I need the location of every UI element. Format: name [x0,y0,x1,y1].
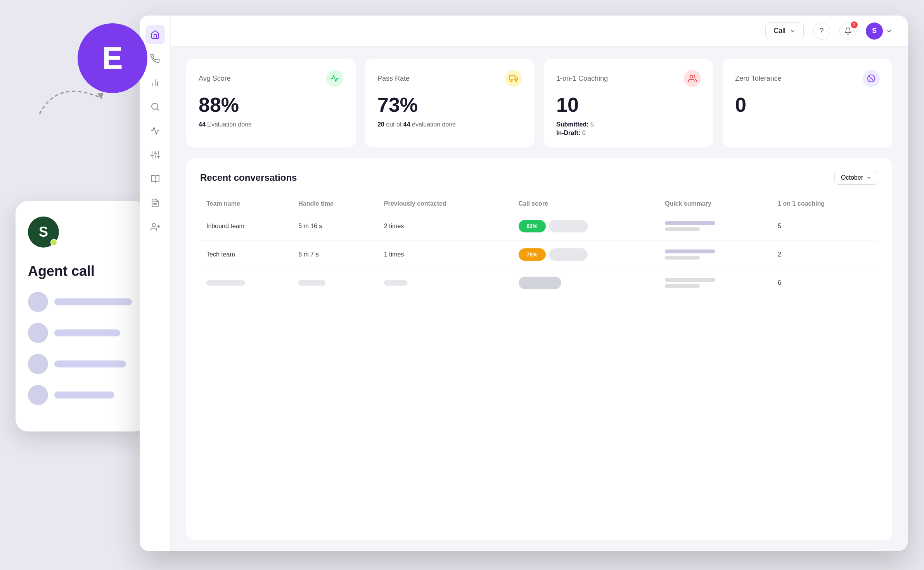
skeleton-summary [659,269,772,297]
avg-score-icon [326,70,343,87]
avatar-placeholder [28,354,48,374]
agent-call-card: S Agent call [16,201,147,431]
conversations-table: Team name Handle time Previously contact… [200,196,878,297]
sidebar-item-analytics[interactable] [145,73,165,92]
stat-coaching-sub: Submitted: 5 In-Draft: 0 [556,121,701,137]
svg-point-22 [510,80,512,82]
stat-pass-rate-value: 73% [377,93,522,116]
sidebar-item-search[interactable] [145,97,165,116]
handle-time-cell: 5 m 16 s [292,212,378,241]
user-menu[interactable]: S [866,23,892,40]
list-item [28,385,135,405]
skeleton-score [512,269,659,297]
bar-placeholder [54,298,132,305]
sidebar-item-settings[interactable] [145,145,165,165]
table-row[interactable]: Inbound team 5 m 16 s 2 times 83% [200,212,878,241]
bar-placeholder [54,392,114,398]
app-window: Call ? 2 S Avg Score [140,16,908,551]
stat-pass-rate-sub: 20 out of 44 evaluation done [377,121,522,128]
bar-placeholder [54,329,120,336]
col-handle-time: Handle time [292,196,378,212]
conversations-title: Recent conversations [200,172,297,183]
notification-badge: 2 [851,21,858,28]
avatar-placeholder [28,385,48,405]
svg-point-23 [515,80,517,82]
svg-point-24 [690,75,693,78]
stat-card-zero-tolerance: Zero Tolerance 0 [723,59,892,147]
stat-avg-score-sub: 44 Evaluation done [199,121,343,128]
call-label: Call [773,27,786,35]
col-team-name: Team name [200,196,292,212]
stat-zero-tolerance-value: 0 [735,93,880,116]
agent-s-avatar: S [28,217,59,248]
zero-tolerance-icon [863,70,880,87]
stat-card-pass-rate: Pass Rate 73% 20 out of 44 evaluation do… [365,59,535,147]
svg-rect-20 [510,75,515,80]
sidebar-item-phone[interactable] [145,49,165,68]
avatar-placeholder [28,323,48,343]
help-icon[interactable]: ? [813,23,830,40]
score-bar-track [549,220,588,232]
stat-avg-score-label: Avg Score [199,70,343,87]
col-coaching: 1 on 1 coaching [772,196,878,212]
month-label: October [841,174,863,181]
sidebar-item-files[interactable] [145,193,165,213]
bar-placeholder [54,360,126,367]
coaching-icon [684,70,701,87]
avatar-placeholder [28,292,48,312]
call-score-cell: 70% [512,241,659,269]
conversations-header: Recent conversations October [200,171,878,185]
stat-card-coaching: 1-on-1 Coaching 10 Submitted: 5 In-Draft… [544,59,713,147]
coaching-cell: 5 [772,212,878,241]
stats-section: Avg Score 88% 44 Evaluation done Pass Ra… [171,47,908,147]
sidebar-item-users[interactable] [145,217,165,237]
stat-coaching-value: 10 [556,93,701,116]
svg-line-26 [869,76,874,81]
quick-summary-cell [659,241,772,269]
list-item [28,323,135,343]
team-name-cell: Inbound team [200,212,292,241]
col-previously-contacted: Previously contacted [378,196,512,212]
table-header-row: Team name Handle time Previously contact… [200,196,878,212]
stat-pass-rate-label: Pass Rate [377,70,522,87]
stat-card-avg-score: Avg Score 88% 44 Evaluation done [186,59,356,147]
user-avatar: S [866,23,883,40]
main-content: Call ? 2 S Avg Score [171,16,908,551]
skeleton-contacted [378,269,512,297]
agent-card-header: S [28,217,135,248]
score-bar-gray [519,277,561,289]
stat-avg-score-value: 88% [199,93,343,116]
quick-summary-cell [659,212,772,241]
contacted-cell: 2 times [378,212,512,241]
skeleton-handle [292,269,378,297]
contacted-cell: 1 times [378,241,512,269]
top-header: Call ? 2 S [171,16,908,47]
table-row-skeleton: 6 [200,269,878,297]
pass-rate-icon [505,70,522,87]
col-call-score: Call score [512,196,659,212]
sidebar-item-home[interactable] [145,25,165,44]
col-quick-summary: Quick summary [659,196,772,212]
svg-marker-21 [515,77,517,80]
table-row[interactable]: Tech team 8 m 7 s 1 times 70% [200,241,878,269]
sidebar [140,16,171,551]
sidebar-item-activity[interactable] [145,121,165,140]
score-bar-yellow: 70% [519,248,546,261]
call-dropdown[interactable]: Call [765,23,804,39]
agent-call-title: Agent call [28,263,135,279]
sidebar-item-book[interactable] [145,169,165,189]
notification-icon[interactable]: 2 [839,23,857,40]
list-item [28,292,135,312]
call-score-cell: 83% [512,212,659,241]
agent-e-avatar: E [78,23,147,93]
score-bar-green: 83% [519,220,546,232]
month-dropdown[interactable]: October [834,171,878,185]
list-item [28,354,135,374]
handle-time-cell: 8 m 7 s [292,241,378,269]
left-panel: E S Agent call [0,0,163,570]
stat-zero-tolerance-label: Zero Tolerance [735,70,880,87]
stat-coaching-label: 1-on-1 Coaching [556,70,701,87]
score-bar-track [549,248,588,261]
svg-point-17 [152,223,155,227]
svg-line-5 [157,109,158,110]
